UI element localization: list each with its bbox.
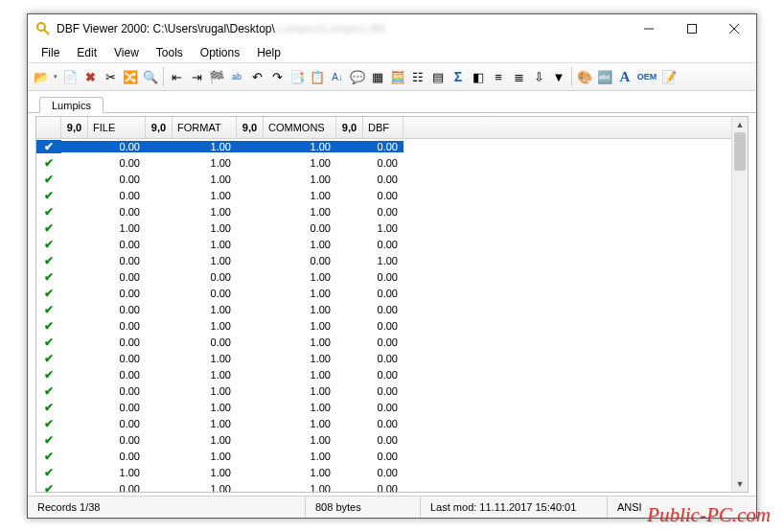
menu-help[interactable]: Help <box>249 45 288 60</box>
table-row[interactable]: ✔0.001.001.000.00 <box>36 301 732 317</box>
cell: 1.00 <box>237 288 336 299</box>
grid-header-dbf[interactable]: DBF <box>363 117 404 138</box>
sort-icon[interactable]: A↓ <box>328 66 347 87</box>
table-row[interactable]: ✔0.000.001.000.00 <box>36 285 732 301</box>
scroll-down-button[interactable]: ▼ <box>732 476 748 492</box>
filter3-icon[interactable]: ▼ <box>549 66 568 87</box>
tree-icon[interactable]: 🔀 <box>121 66 140 87</box>
scroll-up-button[interactable]: ▲ <box>732 117 748 132</box>
cell: 0.00 <box>336 206 404 218</box>
titlebar: DBF Viewer 2000: C:\Users\rugal\Desktop\… <box>28 14 756 43</box>
vertical-scrollbar[interactable]: ▲ ▼ <box>731 117 748 492</box>
table-row[interactable]: ✔0.001.001.000.00 <box>36 171 732 187</box>
table-row[interactable]: ✔1.001.001.000.00 <box>36 464 732 480</box>
table-row[interactable]: ✔0.001.001.000.00 <box>36 187 732 203</box>
find-icon[interactable]: 🔍 <box>141 66 160 87</box>
table-row[interactable]: ✔0.001.000.001.00 <box>36 252 732 268</box>
cell: 0.00 <box>61 190 146 201</box>
menu-tools[interactable]: Tools <box>149 45 191 60</box>
table-row[interactable]: ✔0.001.001.000.00 <box>36 399 732 415</box>
grid-header-commons[interactable]: COMMONS <box>264 117 336 138</box>
table-row[interactable]: ✔0.000.001.000.00 <box>36 268 732 285</box>
align-down-icon[interactable]: ⇩ <box>529 66 548 87</box>
menu-edit[interactable]: Edit <box>69 45 104 60</box>
cell: 0.00 <box>61 418 146 429</box>
table-row[interactable]: ✔0.001.001.000.00 <box>36 415 732 431</box>
copy-icon[interactable]: 📑 <box>288 66 307 87</box>
new-icon[interactable]: 📄 <box>60 66 80 87</box>
table-row[interactable]: ✔0.001.001.000.00 <box>36 448 732 464</box>
undo-icon[interactable]: ↶ <box>247 66 266 87</box>
check-icon: ✔ <box>36 368 61 382</box>
tab-lumpics[interactable]: Lumpics <box>39 97 104 113</box>
info-icon[interactable]: 💬 <box>348 66 367 87</box>
align-left2-icon[interactable]: ≣ <box>509 66 528 87</box>
check-icon: ✔ <box>36 205 61 219</box>
cell: 0.00 <box>237 255 336 266</box>
table-row[interactable]: ✔0.001.001.000.00 <box>36 431 732 448</box>
data-grid[interactable]: 9,0FILE9,0FORMAT9,0COMMONS9,0DBF ✔0.001.… <box>35 116 749 493</box>
cell: 1.00 <box>237 141 336 152</box>
minimize-button[interactable] <box>627 14 670 43</box>
cell: 1.00 <box>336 255 404 266</box>
props-icon[interactable]: 📝 <box>659 66 679 87</box>
delete-icon[interactable]: ✖ <box>81 66 100 87</box>
cut-icon[interactable]: ✂ <box>101 66 120 87</box>
font-color-icon[interactable]: 🔤 <box>595 66 614 87</box>
grid-header-type[interactable]: 9,0 <box>237 117 264 138</box>
redo-icon[interactable]: ↷ <box>267 66 287 87</box>
menu-file[interactable]: File <box>34 45 67 60</box>
replace-icon[interactable]: ab <box>227 66 246 87</box>
eraser-icon[interactable]: ◧ <box>469 66 488 87</box>
align-left-icon[interactable]: ≡ <box>489 66 508 87</box>
grid-icon[interactable]: ▤ <box>428 66 448 87</box>
table-row[interactable]: ✔0.001.001.000.00 <box>36 236 732 252</box>
table-row[interactable]: ✔0.001.001.000.00 <box>36 138 732 154</box>
cell: 0.00 <box>61 141 146 152</box>
check-icon: ✔ <box>36 270 61 284</box>
paste-icon[interactable]: 📋 <box>308 66 327 87</box>
check-icon: ✔ <box>36 173 61 186</box>
cell: 1.00 <box>146 353 237 364</box>
table-row[interactable]: ✔0.001.001.000.00 <box>36 203 732 220</box>
grid-header-type[interactable]: 9,0 <box>146 117 173 138</box>
font-icon[interactable]: A <box>615 66 634 87</box>
sum-icon[interactable]: Σ <box>449 66 468 87</box>
scroll-thumb[interactable] <box>734 132 746 171</box>
columns-icon[interactable]: ☷ <box>408 66 427 87</box>
menu-view[interactable]: View <box>106 45 147 60</box>
cell: 0.00 <box>146 271 237 283</box>
oem-icon[interactable]: OEM <box>635 66 658 87</box>
check-icon: ✔ <box>36 303 61 316</box>
grid-header-format[interactable]: FORMAT <box>173 117 237 138</box>
palette-icon[interactable]: 🎨 <box>575 66 594 87</box>
table-row[interactable]: ✔0.001.001.000.00 <box>36 366 732 382</box>
grid-header-file[interactable]: FILE <box>88 117 146 138</box>
open-icon[interactable]: 📂 <box>32 66 51 87</box>
filter2-icon[interactable]: 🧮 <box>388 66 407 87</box>
menu-options[interactable]: Options <box>193 45 247 60</box>
dropdown-icon[interactable]: ▾ <box>52 66 59 87</box>
table-row[interactable]: ✔0.001.001.000.00 <box>36 350 732 366</box>
cell: 1.00 <box>146 385 237 397</box>
table-row[interactable]: ✔0.000.001.000.00 <box>36 334 732 350</box>
table-row[interactable]: ✔1.001.000.001.00 <box>36 220 732 236</box>
filter-icon[interactable]: ▦ <box>368 66 387 87</box>
table-row[interactable]: ✔0.001.001.000.00 <box>36 317 732 334</box>
table-row[interactable]: ✔0.001.001.000.00 <box>36 154 732 171</box>
nav-first-icon[interactable]: ⇤ <box>167 66 186 87</box>
grid-header-type[interactable]: 9,0 <box>336 117 363 138</box>
grid-header-check[interactable] <box>36 117 61 138</box>
cell: 0.00 <box>336 157 404 169</box>
grid-header-type[interactable]: 9,0 <box>61 117 88 138</box>
nav-last-icon[interactable]: 🏁 <box>207 66 226 87</box>
cell: 1.00 <box>61 467 146 478</box>
cell: 0.00 <box>336 239 404 250</box>
check-icon: ✔ <box>36 221 61 235</box>
maximize-button[interactable] <box>670 14 713 43</box>
check-icon: ✔ <box>36 401 61 414</box>
nav-right-icon[interactable]: ⇥ <box>187 66 206 87</box>
close-button[interactable] <box>713 14 756 43</box>
table-row[interactable]: ✔0.001.001.000.00 <box>36 480 732 492</box>
table-row[interactable]: ✔0.001.001.000.00 <box>36 382 732 399</box>
